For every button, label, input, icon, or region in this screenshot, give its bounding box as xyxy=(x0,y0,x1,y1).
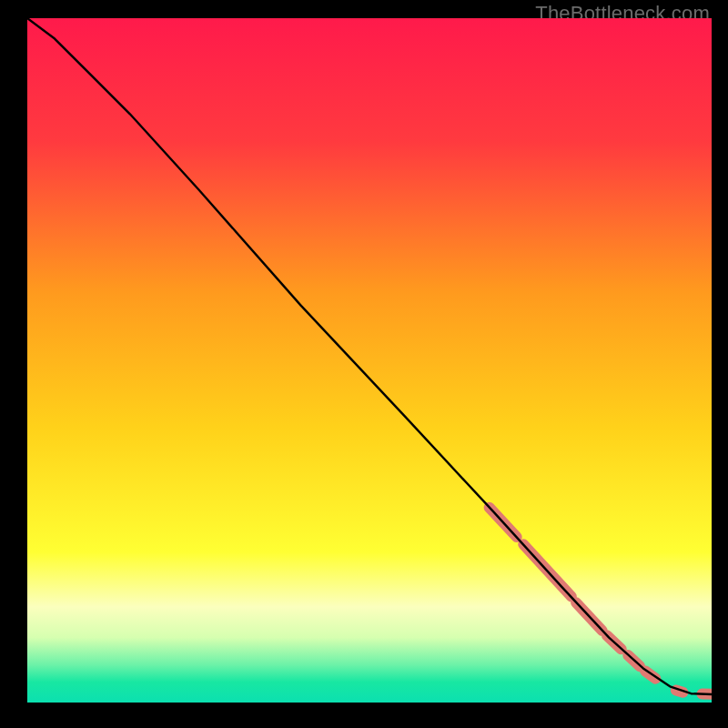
gradient-background xyxy=(27,18,712,703)
chart-svg xyxy=(27,18,712,703)
plot-area xyxy=(27,18,712,703)
chart-frame: TheBottleneck.com xyxy=(0,0,728,728)
